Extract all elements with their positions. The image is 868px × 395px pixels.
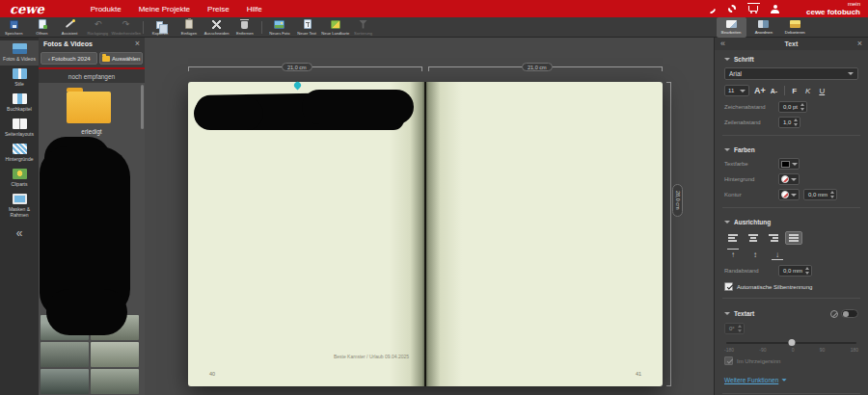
font-size-select[interactable]: 11 <box>724 85 749 96</box>
page-layouts-icon <box>13 118 27 129</box>
valign-bottom-button[interactable]: ↓ <box>769 248 786 261</box>
sidebar-item-hintergruende[interactable]: Hintergründe <box>0 141 39 166</box>
back-to-project-button[interactable]: ‹ Fotobuch 2024 <box>41 52 97 65</box>
underline-button[interactable]: U <box>819 87 825 95</box>
char-spacing-stepper[interactable]: 0,0 pt <box>778 101 807 113</box>
new-map-button[interactable]: Neue Landkarte <box>321 19 349 36</box>
decrease-font-button[interactable]: A- <box>771 88 777 94</box>
char-spacing-row: Zeichenabstand 0,0 pt <box>715 99 868 115</box>
close-icon[interactable]: × <box>135 40 140 48</box>
select-folder-button[interactable]: Auswählen <box>99 52 143 65</box>
sidebar-item-stile[interactable]: Stile <box>0 66 39 91</box>
text-color-row: Textfarbe <box>715 156 868 171</box>
sidebar-item-buchkapitel[interactable]: Buchkapitel <box>0 91 39 116</box>
sort-button[interactable]: Sortierung <box>349 19 377 36</box>
gear-icon[interactable] <box>728 5 736 13</box>
stepper-arrows[interactable] <box>794 118 798 126</box>
stepper-arrows[interactable] <box>805 267 809 275</box>
cart-icon[interactable] <box>748 6 758 12</box>
section-schrift[interactable]: Schrift <box>715 50 868 66</box>
photo-icon <box>274 19 285 29</box>
text-color-picker[interactable] <box>778 158 800 170</box>
new-text-button[interactable]: Neuer Text <box>293 19 321 36</box>
panel-scrollbar[interactable] <box>141 85 144 129</box>
angle-slider[interactable] <box>726 342 856 344</box>
sidebar-item-seitenlayouts[interactable]: Seitenlayouts <box>0 116 39 141</box>
background-color-label: Hintergrund <box>724 176 774 182</box>
line-spacing-stepper[interactable]: 1,0 <box>778 117 800 128</box>
align-left-button[interactable] <box>724 231 742 245</box>
stepper-arrows[interactable] <box>830 191 834 198</box>
slider-knob[interactable] <box>788 339 795 346</box>
sidebar-item-cliparts[interactable]: Cliparts <box>0 166 39 191</box>
phone-icon[interactable] <box>704 2 718 15</box>
stepper-arrows[interactable] <box>800 103 804 111</box>
clockwise-checkbox[interactable] <box>724 356 733 365</box>
page-left[interactable]: Beste Kamster / Urlaub 09.04.2025 40 <box>188 82 424 386</box>
menu-produkte[interactable]: Produkte <box>91 5 122 13</box>
page-footer-text[interactable]: Beste Kamster / Urlaub 09.04.2025 <box>323 354 420 359</box>
delete-button[interactable]: Entfernen <box>231 19 258 36</box>
align-justify-button[interactable] <box>785 231 802 245</box>
tab-dekorieren[interactable]: Dekorieren <box>780 17 810 38</box>
tab-anordnen[interactable]: Anordnen <box>748 17 778 38</box>
redaction-blob <box>46 289 127 335</box>
photos-filter-hint[interactable]: noch empfangen <box>39 69 145 83</box>
collapse-sidebar-icon[interactable]: « <box>16 227 23 239</box>
more-functions-link[interactable]: Weitere Funktionen <box>715 367 868 388</box>
open-button[interactable]: Öffnen <box>28 19 56 36</box>
redaction-scribble <box>194 97 263 130</box>
font-row: Arial <box>715 66 868 82</box>
page-number-left: 40 <box>209 371 215 377</box>
redo-button[interactable]: ↷ Wiederherstellen <box>112 19 140 36</box>
photo-thumbnail[interactable] <box>91 369 139 394</box>
section-ausrichtung[interactable]: Ausrichtung <box>715 213 868 228</box>
close-icon[interactable]: × <box>857 40 862 48</box>
section-textart[interactable]: Textart <box>715 303 868 321</box>
angle-stepper[interactable]: 0° <box>724 323 745 334</box>
line-spacing-label: Zeilenabstand <box>724 119 774 125</box>
photo-thumbnail[interactable] <box>91 342 139 367</box>
account-line2: cewe fotobuch <box>806 8 860 16</box>
page-right[interactable]: 41 <box>426 82 663 386</box>
save-button[interactable]: Speichern <box>0 19 28 36</box>
paste-button[interactable]: Einfügen <box>175 19 203 36</box>
hyphenation-checkbox[interactable] <box>724 282 733 291</box>
toolbar-separator <box>143 21 144 34</box>
outline-row: Kontur 0,0 mm <box>715 187 868 202</box>
photo-folder[interactable] <box>67 92 111 123</box>
copy-button[interactable]: Kopieren <box>147 19 175 36</box>
photo-thumbnail[interactable] <box>41 342 89 367</box>
stepper-arrows[interactable] <box>738 325 742 332</box>
user-icon[interactable] <box>771 5 779 13</box>
align-center-button[interactable] <box>745 231 762 245</box>
assistant-button[interactable]: Assistent <box>56 19 84 36</box>
sidebar-item-fotos-videos[interactable]: Fotos & Videos <box>0 40 39 66</box>
angle-row: 0° <box>715 321 868 336</box>
align-right-button[interactable] <box>765 231 782 245</box>
outline-width-stepper[interactable]: 0,0 mm <box>803 189 837 200</box>
menu-hilfe[interactable]: Hilfe <box>247 5 262 13</box>
tab-bearbeiten[interactable]: Bearbeiten <box>717 17 746 38</box>
bold-button[interactable]: F <box>792 87 797 95</box>
margin-stepper[interactable]: 0,0 mm <box>778 265 812 276</box>
menu-preise[interactable]: Preise <box>207 5 230 13</box>
selection-handle[interactable] <box>293 81 303 91</box>
photo-thumbnail[interactable] <box>41 369 89 394</box>
background-color-picker[interactable] <box>778 173 800 185</box>
increase-font-button[interactable]: A+ <box>754 87 766 95</box>
new-photo-button[interactable]: Neues Foto <box>265 19 293 36</box>
undo-button[interactable]: ↶ Rückgängig <box>84 19 112 36</box>
menu-meine-projekte[interactable]: Meine Projekte <box>139 5 190 13</box>
section-farben[interactable]: Farben <box>715 141 868 156</box>
textart-toggle[interactable] <box>841 309 858 318</box>
cut-button[interactable]: Ausschneiden <box>203 19 231 36</box>
valign-middle-button[interactable]: ↕ <box>746 248 764 261</box>
valign-top-button[interactable]: ↑ <box>724 248 742 261</box>
font-family-select[interactable]: Arial <box>724 67 858 80</box>
italic-button[interactable]: K <box>805 87 810 95</box>
sidebar-item-masken-rahmen[interactable]: Masken & Rahmen <box>0 191 39 222</box>
folder-icon <box>102 56 110 62</box>
outline-color-picker[interactable] <box>778 189 800 200</box>
account-info[interactable]: mein cewe fotobuch <box>806 1 860 16</box>
